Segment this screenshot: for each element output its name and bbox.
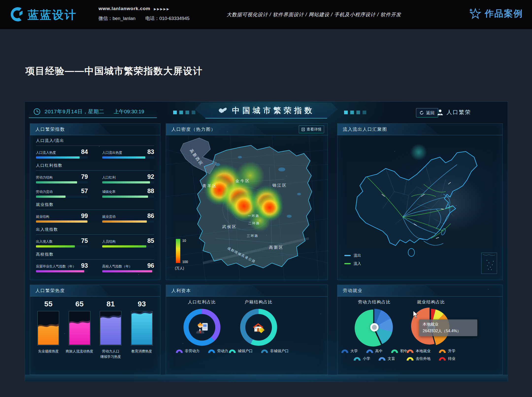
panel-title: 人利资本: [171, 288, 191, 294]
china-flow-map[interactable]: [337, 135, 503, 280]
panel-human-capital: 人利资本 人口红利占比: [166, 285, 328, 375]
metric-inflow-heat: 人口流入热度84: [36, 149, 88, 159]
panel-inflow-outflow-map: 流入流出人口汇聚图: [337, 123, 503, 280]
metric-employment-structure: 就业结构99: [36, 213, 88, 223]
svg-text:一环路: 一环路: [248, 214, 260, 218]
dividend-donut-chart[interactable]: [183, 309, 220, 346]
district-label: 武侯区: [222, 225, 237, 229]
wechat-label: 微信：ben_lanlan: [99, 16, 135, 21]
legend-highschool[interactable]: 高中: [366, 349, 383, 353]
panel-population-density-heatmap: 人口密度（热力图） 查看详情: [166, 123, 328, 280]
section-title: 人口红利指数: [36, 163, 154, 168]
lanlan-logo-icon[interactable]: [8, 6, 25, 23]
heat-bar-unemployment[interactable]: 55 失业规模热度: [33, 296, 63, 360]
legend-unemployed[interactable]: 待业: [439, 356, 455, 361]
section-title: 出入境指数: [36, 227, 154, 232]
user-menu[interactable]: 人口繁荣: [437, 109, 471, 116]
site-header: 蓝蓝设计 www.lanlanwork.com▶▶▶▶▶ 微信：ben_lanl…: [0, 0, 532, 29]
metric-college-popularity: 高校人气指数（年）96: [102, 263, 154, 272]
household-donut-chart[interactable]: 户口: [240, 309, 277, 346]
metric-labor-structure: 劳动力结构79: [36, 174, 88, 183]
phone-label: 电话：010-63334945: [145, 16, 190, 21]
squares-decoration-left: [173, 111, 195, 114]
metric-population-dividend: 人口红利92: [102, 174, 154, 183]
pie-center-ring: [370, 323, 379, 331]
brand-logo-text[interactable]: 蓝蓝设计: [28, 7, 77, 23]
services-list: 大数据可视化设计 / 软件界面设计 / 网站建设 / 手机及小程序设计 / 软件…: [227, 11, 443, 18]
section-title: 人口流入/流出: [36, 138, 154, 143]
legend-non-urban-hukou[interactable]: 非城镇户口: [261, 349, 289, 353]
chart-labor-structure-ratio: 劳动力结构占比 大学 高中 初中 小学 文盲: [347, 299, 401, 361]
legend-labor[interactable]: 劳动力: [208, 349, 228, 353]
panel-population-prosperity-index: 人口繁荣指数 人口流入/流出 人口流入热度84 人口流出热度83 人口红利: [30, 123, 160, 280]
document-icon: [301, 128, 305, 131]
panel-title: 流入流出人口汇聚图: [343, 126, 387, 132]
legend-item-outflow[interactable]: 流出: [344, 253, 361, 258]
dashboard-footer-strip: [25, 375, 508, 381]
portfolio-nav[interactable]: 作品案例: [468, 7, 523, 20]
legend-illiterate[interactable]: 文盲: [379, 356, 395, 361]
house-icon: 户口: [251, 320, 266, 334]
date-label: 2017年9月14日，星期二: [45, 108, 104, 115]
brand-contact-block: www.lanlanwork.com▶▶▶▶▶ 微信：ben_lanlan电话：…: [99, 6, 190, 22]
section-title: 就业指数: [36, 202, 154, 207]
dashboard-screenshot: 2017年9月14日，星期二 上午09:30:19 中国城市繁荣指数 返回 人口: [25, 101, 508, 382]
pie-tooltip: 本地就业 2642332人（54.4%）: [419, 319, 477, 336]
section-employment-index: 就业指数 就业结构99 就业流动86: [30, 202, 160, 224]
district-label: 高新区: [269, 245, 284, 249]
back-button[interactable]: 返回: [416, 108, 438, 117]
section-title: 高校指数: [36, 252, 154, 257]
datetime-box: 2017年9月14日，星期二 上午09:30:19: [29, 106, 157, 118]
website-link[interactable]: www.lanlanwork.com: [99, 6, 150, 11]
flow-legend: 流出 流入: [344, 250, 361, 266]
metric-urbanization-rate: 城镇化率88: [102, 188, 154, 198]
district-label: 金牛区: [235, 179, 250, 183]
section-inflow-outflow: 人口流入/流出 人口流入热度84 人口流出热度83: [30, 138, 160, 160]
nebula-glow: [410, 144, 427, 161]
dashboard-title: 中国城市繁荣指数: [232, 105, 315, 116]
chart-household-registration-ratio: 户籍结构占比 户口 城镇户口: [232, 299, 286, 353]
heat-bar-business-travel[interactable]: 65 商旅人流流动热度: [65, 296, 94, 360]
heat-bar-continuing-education[interactable]: 81 劳动力人口继续学习热度: [96, 296, 125, 360]
dashboard-header: 2017年9月14日，星期二 上午09:30:19 中国城市繁荣指数 返回 人口: [25, 102, 508, 123]
legend-further-study[interactable]: 升学: [439, 349, 455, 353]
legend-primaryschool[interactable]: 小学: [354, 356, 370, 361]
section-entry-exit-index: 出入境指数 出入境人数75 人员结构85: [30, 227, 160, 249]
page-title: 项目经验——中国城市繁荣指数大屏设计: [25, 65, 203, 77]
view-details-button[interactable]: 查看详情: [299, 125, 324, 133]
dashboard-title-banner: 中国城市繁荣指数: [195, 103, 338, 118]
time-label: 上午09:30:19: [114, 108, 144, 115]
panel-title: 劳动就业: [343, 288, 363, 294]
panel-labor-employment: 劳动就业 劳动力结构占比 大学 高中 初中 小学 文盲: [337, 285, 503, 375]
legend-relocated[interactable]: 去往外地: [407, 356, 431, 361]
city-heatmap[interactable]: 青羊区 金牛区 锦江区 武侯区 高新区 高新西区 一环路 二环路 三环路 成都绕…: [166, 135, 328, 280]
clock-icon: [33, 108, 41, 115]
arrows-icon: ▶▶▶▶▶: [154, 7, 170, 11]
legend-non-labor[interactable]: 非劳动力: [176, 349, 200, 353]
legend-item-inflow[interactable]: 流入: [344, 261, 361, 266]
person-icon: [437, 109, 444, 116]
squares-decoration-right: [344, 111, 366, 114]
panel-population-prosperity-heat: 人口繁荣热度 55 失业规模热度 65 商旅人流流动热: [30, 285, 160, 375]
metric-graduate-popularity: 应届毕业生人气指数（年）93: [36, 263, 88, 272]
legend-university[interactable]: 大学: [341, 349, 358, 353]
metric-entry-exit-count: 出入境人数75: [36, 238, 88, 248]
south-china-sea-inset: [481, 253, 497, 274]
view-details-label: 查看详情: [307, 127, 321, 132]
legend-min: 10: [182, 239, 186, 243]
user-label: 人口繁荣: [447, 109, 471, 116]
heat-bar-education-consumption[interactable]: 93 教育消费热度: [127, 296, 157, 360]
liquid-gauge: [69, 311, 90, 346]
portfolio-label[interactable]: 作品案例: [485, 8, 523, 20]
chart-demographic-dividend-ratio: 人口红利占比: [175, 299, 229, 353]
legend-unit: (万人): [175, 266, 184, 270]
liquid-gauge: [100, 311, 121, 346]
legend-urban-hukou[interactable]: 城镇户口: [229, 349, 253, 353]
hainan-island: [408, 248, 415, 256]
labor-structure-pie[interactable]: [356, 309, 393, 346]
svg-text:二环路: 二环路: [248, 221, 260, 225]
district-label: 青羊区: [202, 184, 217, 188]
back-arrow-icon: [420, 111, 424, 115]
liquid-gauge: [131, 311, 153, 346]
legend-local-employment[interactable]: 本地就业: [407, 349, 431, 353]
